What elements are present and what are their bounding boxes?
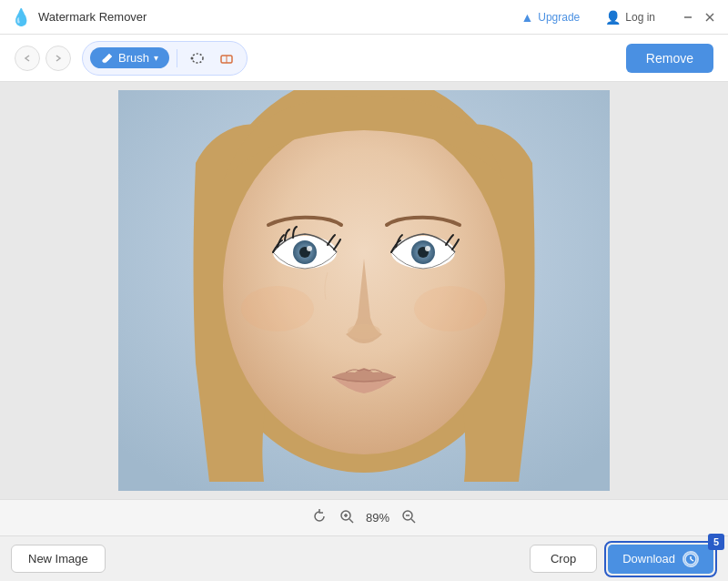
tool-group: Brush ▾	[82, 41, 248, 76]
download-badge: 5	[708, 534, 724, 550]
svg-point-21	[414, 286, 487, 331]
svg-line-28	[411, 519, 415, 523]
brush-icon	[101, 52, 114, 65]
back-button[interactable]	[15, 46, 40, 71]
lasso-tool-button[interactable]	[185, 46, 210, 71]
forward-button[interactable]	[46, 46, 71, 71]
download-wrapper: 5 Download	[604, 541, 717, 577]
image-container	[118, 90, 610, 491]
action-bar-right: Crop 5 Download	[530, 541, 717, 577]
brush-label: Brush	[118, 51, 149, 65]
app-icon: 💧	[11, 7, 31, 27]
zoom-out-button[interactable]	[400, 508, 417, 528]
title-bar-left: 💧 Watermark Remover	[11, 7, 147, 27]
zoom-in-button[interactable]	[339, 508, 355, 528]
close-button[interactable]	[703, 10, 717, 25]
svg-point-4	[192, 54, 203, 63]
tool-separator	[177, 49, 177, 67]
eraser-tool-button[interactable]	[214, 46, 239, 71]
download-button[interactable]: Download	[608, 545, 713, 574]
upgrade-button[interactable]: ▲ Upgrade	[513, 7, 587, 27]
download-clock-icon	[682, 551, 699, 567]
svg-point-20	[241, 286, 314, 331]
svg-line-25	[349, 519, 353, 523]
crop-button[interactable]: Crop	[530, 545, 597, 573]
window-controls	[681, 10, 717, 25]
login-icon: 👤	[605, 10, 621, 25]
minimize-button[interactable]	[681, 10, 695, 25]
svg-point-18	[425, 246, 430, 251]
svg-point-5	[190, 56, 193, 59]
download-label: Download	[622, 552, 675, 566]
main-image	[118, 90, 610, 491]
zoom-level: 89%	[366, 511, 389, 525]
svg-point-14	[307, 246, 312, 251]
new-image-button[interactable]: New Image	[11, 545, 106, 573]
lasso-icon	[189, 50, 206, 66]
title-bar-right: ▲ Upgrade 👤 Log in	[513, 7, 717, 27]
upgrade-label: Upgrade	[538, 11, 580, 24]
title-bar: 💧 Watermark Remover ▲ Upgrade 👤 Log in	[0, 0, 728, 35]
toolbar-nav	[15, 46, 71, 71]
canvas-area[interactable]	[0, 82, 728, 499]
brush-dropdown-icon: ▾	[154, 53, 158, 63]
svg-line-31	[691, 559, 693, 561]
svg-point-19	[348, 324, 380, 339]
rotate-button[interactable]	[311, 508, 328, 528]
zoom-bar: 89%	[0, 499, 728, 535]
brush-tool-button[interactable]: Brush ▾	[90, 47, 169, 68]
app-title: Watermark Remover	[38, 10, 147, 24]
action-bar: New Image Crop 5 Download	[0, 535, 728, 581]
login-button[interactable]: 👤 Log in	[598, 7, 662, 27]
login-label: Log in	[625, 11, 655, 24]
upgrade-icon: ▲	[521, 10, 533, 25]
toolbar: Brush ▾ Remove	[0, 35, 728, 82]
remove-button[interactable]: Remove	[626, 44, 713, 73]
eraser-icon	[218, 50, 235, 66]
